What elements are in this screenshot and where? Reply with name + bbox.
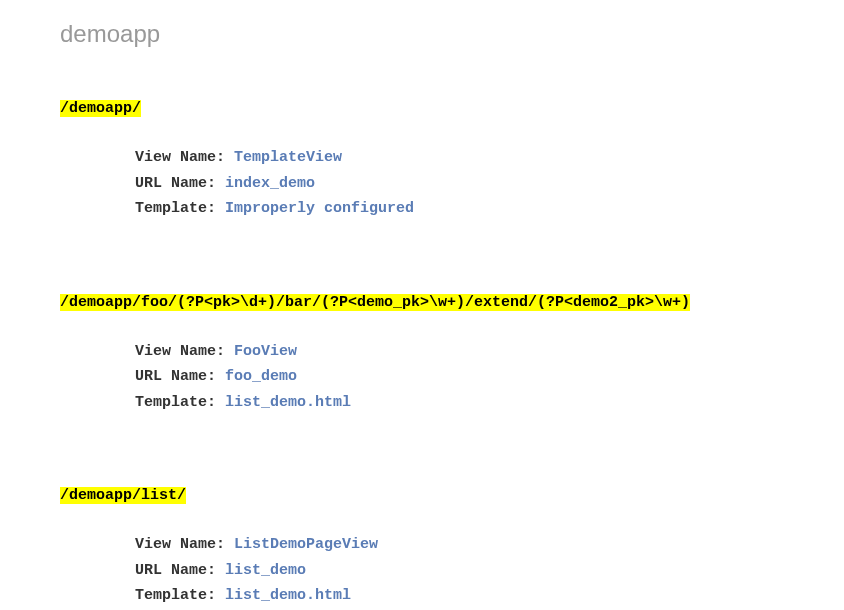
detail-row-url-name: URL Name: list_demo [135, 558, 784, 584]
detail-row-template: Template: Improperly configured [135, 196, 784, 222]
detail-value-view-name: ListDemoPageView [234, 536, 378, 553]
route-details: View Name: ListDemoPageView URL Name: li… [135, 532, 784, 609]
detail-label-url-name: URL Name: [135, 562, 225, 579]
detail-value-url-name: foo_demo [225, 368, 297, 385]
detail-row-url-name: URL Name: index_demo [135, 171, 784, 197]
detail-label-template: Template: [135, 394, 225, 411]
detail-label-url-name: URL Name: [135, 175, 225, 192]
route-details: View Name: TemplateView URL Name: index_… [135, 145, 784, 222]
detail-value-url-name: list_demo [225, 562, 306, 579]
route-url: /demoapp/foo/(?P<pk>\d+)/bar/(?P<demo_pk… [60, 294, 690, 311]
detail-row-template: Template: list_demo.html [135, 583, 784, 609]
detail-value-url-name: index_demo [225, 175, 315, 192]
detail-value-template: Improperly configured [225, 200, 414, 217]
detail-label-view-name: View Name: [135, 536, 234, 553]
route-block: /demoapp/ View Name: TemplateView URL Na… [60, 98, 784, 222]
detail-label-template: Template: [135, 587, 225, 604]
detail-label-view-name: View Name: [135, 343, 234, 360]
detail-row-url-name: URL Name: foo_demo [135, 364, 784, 390]
route-details: View Name: FooView URL Name: foo_demo Te… [135, 339, 784, 416]
detail-label-template: Template: [135, 200, 225, 217]
detail-row-view-name: View Name: TemplateView [135, 145, 784, 171]
detail-row-view-name: View Name: ListDemoPageView [135, 532, 784, 558]
detail-row-view-name: View Name: FooView [135, 339, 784, 365]
detail-value-template: list_demo.html [225, 587, 351, 604]
detail-label-view-name: View Name: [135, 149, 234, 166]
detail-value-view-name: TemplateView [234, 149, 342, 166]
route-block: /demoapp/foo/(?P<pk>\d+)/bar/(?P<demo_pk… [60, 292, 784, 416]
page-title: demoapp [60, 20, 784, 48]
route-block: /demoapp/list/ View Name: ListDemoPageVi… [60, 485, 784, 609]
detail-label-url-name: URL Name: [135, 368, 225, 385]
detail-row-template: Template: list_demo.html [135, 390, 784, 416]
detail-value-template: list_demo.html [225, 394, 351, 411]
route-url: /demoapp/list/ [60, 487, 186, 504]
detail-value-view-name: FooView [234, 343, 297, 360]
route-url: /demoapp/ [60, 100, 141, 117]
